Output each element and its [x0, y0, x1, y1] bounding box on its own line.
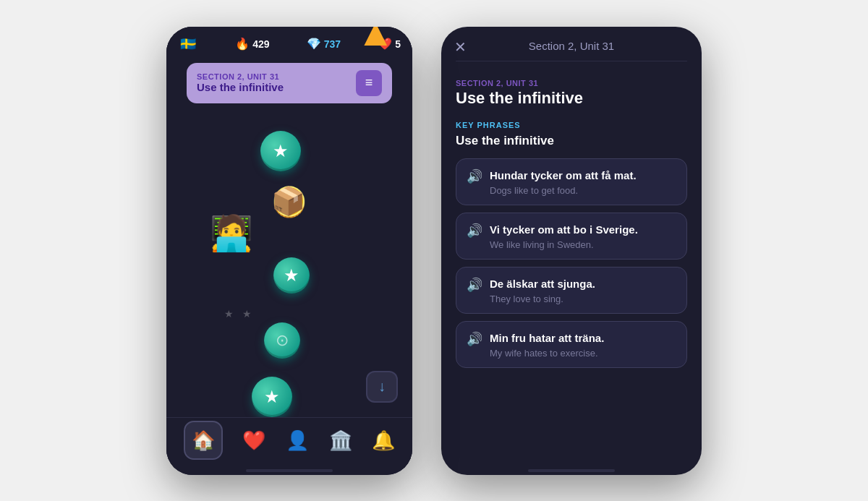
phrase-swedish-2: Vi tycker om att bo i Sverige. [490, 222, 638, 237]
map-node-2[interactable] [273, 257, 310, 294]
heart-value: 5 [395, 38, 401, 50]
phrase-swedish-4: Min fru hatar att träna. [490, 330, 604, 346]
speaker-icon-2[interactable]: 🔊 [467, 223, 482, 239]
bottom-divider [246, 469, 333, 472]
map-node-4[interactable] [252, 377, 292, 417]
flame-icon: 🔥 [235, 37, 250, 51]
nav-notifications[interactable]: 🔔 [372, 429, 395, 452]
phrase-english-4: My wife hates to exercise. [490, 348, 604, 359]
nav-quests[interactable]: 🏛️ [329, 429, 352, 452]
heart-stat: ❤️ 5 [378, 37, 401, 51]
phrase-text-3: De älskar att sjunga.They love to sing. [490, 276, 595, 304]
right-bottom-divider [528, 469, 615, 472]
flag-item: 🇸🇪 [178, 37, 198, 51]
right-content: SECTION 2, UNIT 31 Use the infinitive KE… [441, 72, 702, 463]
map-node-1[interactable] [260, 131, 301, 171]
nav-home[interactable]: 🏠 [184, 421, 223, 460]
flag-icon: 🇸🇪 [178, 37, 198, 51]
gem-stat: 💎 737 [307, 37, 341, 51]
scroll-down-button[interactable]: ↓ [366, 371, 398, 403]
phrase-card-1[interactable]: 🔊Hundar tycker om att få mat.Dogs like t… [456, 158, 687, 205]
phrase-swedish-1: Hundar tycker om att få mat. [490, 168, 637, 183]
phrase-swedish-3: De älskar att sjunga. [490, 276, 595, 291]
phrase-text-1: Hundar tycker om att få mat.Dogs like to… [490, 168, 637, 196]
top-bar: 🇸🇪 🔥 429 💎 737 ❤️ 5 [166, 27, 412, 57]
section-text: SECTION 2, UNIT 31 Use the infinitive [197, 72, 356, 93]
phone-left: 🇸🇪 🔥 429 💎 737 ❤️ 5 [166, 27, 412, 475]
phrase-card-2[interactable]: 🔊Vi tycker om att bo i Sverige.We like l… [456, 213, 687, 260]
map-node-3[interactable] [264, 322, 300, 359]
gem-value: 737 [324, 38, 341, 50]
header-divider [456, 61, 687, 61]
right-header: ✕ Section 2, Unit 31 [441, 27, 702, 61]
flame-value: 429 [252, 38, 269, 50]
speaker-icon-3[interactable]: 🔊 [467, 277, 482, 293]
flame-stat: 🔥 429 [235, 37, 269, 51]
phrase-english-2: We like living in Sweden. [490, 239, 638, 250]
right-header-title: Section 2, Unit 31 [529, 40, 614, 52]
heart-icon: ❤️ [378, 37, 392, 51]
section-icon-button[interactable]: ≡ [356, 70, 382, 96]
phrase-card-4[interactable]: 🔊Min fru hatar att träna.My wife hates t… [456, 321, 687, 368]
speaker-icon-4[interactable]: 🔊 [467, 331, 482, 347]
character-figure: 🧑‍💻 [210, 216, 253, 251]
section-banner[interactable]: SECTION 2, UNIT 31 Use the infinitive ≡ [187, 63, 392, 103]
phrase-english-3: They love to sing. [490, 294, 595, 304]
treasure-chest-top: 📦 [271, 185, 305, 217]
close-button[interactable]: ✕ [454, 38, 467, 56]
phrase-text-4: Min fru hatar att träna.My wife hates to… [490, 330, 604, 359]
gem-icon: 💎 [307, 37, 321, 51]
phrase-cards-container: 🔊Hundar tycker om att få mat.Dogs like t… [456, 158, 687, 368]
speaker-icon-1[interactable]: 🔊 [467, 168, 482, 184]
key-phrases-title: Use the infinitive [456, 134, 687, 148]
phones-container: 🇸🇪 🔥 429 💎 737 ❤️ 5 [166, 27, 702, 475]
phrase-card-3[interactable]: 🔊De älskar att sjunga.They love to sing. [456, 267, 687, 314]
key-phrases-label: KEY PHRASES [456, 121, 687, 129]
nav-hearts[interactable]: ❤️ [242, 429, 265, 452]
bottom-nav: 🏠 ❤️ 👤 🏛️ 🔔 [166, 417, 412, 469]
map-area: 🪙 📦 🧑‍💻 ★ ★ 📦 ↓ [166, 109, 412, 417]
section-label-main: Use the infinitive [197, 81, 356, 93]
section-heading-large: Use the infinitive [456, 89, 687, 108]
section-label-small: SECTION 2, UNIT 31 [197, 72, 356, 81]
phrase-english-1: Dogs like to get food. [490, 185, 637, 196]
section-heading-small: SECTION 2, UNIT 31 [456, 79, 687, 87]
phone-right: ✕ Section 2, Unit 31 SECTION 2, UNIT 31 … [441, 27, 702, 475]
nav-profile[interactable]: 👤 [286, 429, 309, 452]
stars-decoration: ★ ★ [224, 308, 255, 320]
phrase-text-2: Vi tycker om att bo i Sverige.We like li… [490, 222, 638, 250]
